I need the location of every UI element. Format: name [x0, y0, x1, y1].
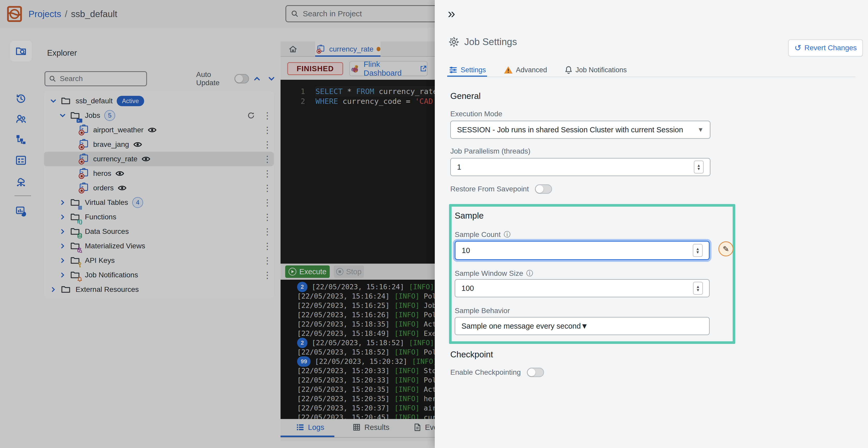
tab-settings[interactable]: Settings — [447, 62, 488, 78]
tree-item-label: External Resources — [75, 286, 139, 294]
project-search-input[interactable] — [303, 9, 414, 18]
sample-window-size-label: Sample Window Size ⓘ — [455, 269, 533, 278]
enable-checkpointing-toggle[interactable] — [527, 368, 544, 377]
drawer-title: Job Settings — [464, 36, 517, 48]
eye-icon[interactable] — [148, 127, 157, 133]
sample-count-label: Sample Count ⓘ — [455, 230, 510, 239]
chevron-right-icon[interactable] — [60, 258, 66, 263]
stop-button[interactable]: Stop — [334, 265, 364, 278]
enable-checkpointing-label: Enable Checkpointing — [450, 368, 521, 377]
kebab-menu-icon[interactable]: ⋮ — [261, 139, 274, 150]
sample-window-size-input[interactable]: 100 ▲▼ — [455, 279, 710, 297]
eye-icon[interactable] — [118, 185, 127, 191]
chevron-down-icon[interactable] — [50, 98, 56, 104]
execute-button[interactable]: Execute — [285, 265, 330, 278]
kebab-menu-icon[interactable]: ⋮ — [261, 226, 274, 237]
tab-currency-rate[interactable]: > currency_rate — [315, 41, 380, 57]
tree-item-job[interactable]: > orders ⋮ — [44, 181, 274, 195]
tree-item-project[interactable]: ssb_default Active — [44, 94, 274, 108]
tree-item-data-sources[interactable]: Data Sources ⋮ — [44, 224, 274, 239]
number-stepper[interactable]: ▲▼ — [694, 160, 704, 174]
materialized-views-folder-icon — [70, 241, 81, 251]
chevron-right-icon[interactable] — [60, 272, 66, 278]
info-icon[interactable]: ⓘ — [504, 230, 510, 239]
rail-history-button[interactable] — [10, 88, 32, 109]
tree-item-external-resources[interactable]: External Resources — [44, 282, 274, 297]
kebab-menu-icon[interactable]: ⋮ — [261, 212, 274, 222]
tree-item-functions[interactable]: f() Functions ⋮ — [44, 210, 274, 224]
sample-count-input[interactable]: 10 ▲▼ — [455, 241, 710, 260]
rail-users-button[interactable] — [10, 109, 32, 129]
lineage-flow-icon — [15, 133, 27, 146]
job-parallelism-label: Job Parallelism (threads) — [450, 147, 530, 155]
tree-item-jobs[interactable]: >_ Jobs 5 ⋮ — [44, 108, 274, 123]
rail-explorer-button[interactable] — [10, 41, 32, 61]
tree-item-job[interactable]: > brave_jang ⋮ — [44, 137, 274, 152]
execution-mode-select[interactable]: SESSION - Job runs in shared Session Clu… — [450, 121, 710, 139]
kebab-menu-icon[interactable]: ⋮ — [261, 183, 274, 193]
execution-mode-label: Execution Mode — [450, 110, 502, 118]
refresh-icon[interactable] — [247, 111, 255, 120]
kebab-menu-icon[interactable]: ⋮ — [261, 197, 274, 208]
kebab-menu-icon[interactable]: ⋮ — [261, 125, 274, 135]
tab-logs[interactable]: Logs — [296, 419, 324, 436]
kebab-menu-icon[interactable]: ⋮ — [261, 110, 274, 121]
sample-behavior-select[interactable]: Sample one message every second ▼ — [455, 317, 710, 335]
tree-item-job-selected[interactable]: > currency_rate ⋮ — [44, 152, 274, 166]
tree-item-job-notifications[interactable]: Job Notifications ⋮ — [44, 268, 274, 282]
kebab-menu-icon[interactable]: ⋮ — [261, 168, 274, 179]
tree-item-job[interactable]: > heros ⋮ — [44, 166, 274, 181]
tree-item-label: Functions — [85, 213, 116, 221]
rail-forms-button[interactable] — [10, 150, 32, 171]
collapse-all-chevron-up-icon[interactable] — [254, 76, 260, 82]
eye-icon[interactable] — [116, 170, 124, 177]
chevron-down-icon: ▼ — [698, 126, 704, 133]
explorer-search-input[interactable] — [60, 74, 137, 83]
explorer-search-box[interactable] — [44, 71, 147, 86]
kebab-menu-icon[interactable]: ⋮ — [261, 241, 274, 251]
home-tab[interactable] — [281, 41, 305, 57]
tab-advanced[interactable]: Advanced — [502, 62, 549, 78]
chevron-right-icon[interactable] — [60, 200, 66, 205]
kebab-menu-icon[interactable]: ⋮ — [261, 154, 274, 164]
revert-changes-button[interactable]: ↺ Revert Changes — [788, 39, 863, 56]
chevron-right-icon[interactable] — [60, 243, 66, 249]
tree-item-materialized-views[interactable]: Materialized Views ⋮ — [44, 239, 274, 253]
database-badge-icon — [77, 233, 82, 239]
expand-all-chevron-down-icon[interactable] — [268, 76, 275, 82]
rail-cluster-button[interactable] — [10, 171, 32, 191]
number-stepper[interactable]: ▲▼ — [693, 282, 703, 295]
tab-job-notifications[interactable]: Job Notifications — [563, 62, 628, 78]
ssb-logo-icon[interactable] — [6, 5, 23, 23]
kebab-menu-icon[interactable]: ⋮ — [261, 270, 274, 280]
tree-item-api-keys[interactable]: API Keys ⋮ — [44, 253, 274, 268]
explorer-tree: ssb_default Active >_ Jobs 5 ⋮ — [44, 91, 274, 298]
auto-update-label: Auto Update — [196, 70, 230, 87]
chevron-down-icon[interactable] — [60, 112, 66, 119]
tree-item-job[interactable]: > airport_weather ⋮ — [44, 123, 274, 137]
flink-dashboard-button[interactable]: Flink Dashboard — [349, 61, 428, 76]
project-search-box[interactable] — [285, 5, 444, 22]
restore-savepoint-toggle[interactable] — [535, 184, 552, 194]
eye-icon[interactable] — [133, 141, 142, 148]
chevron-right-icon[interactable] — [60, 229, 66, 234]
tree-item-virtual-tables[interactable]: ▦ Virtual Tables 4 ⋮ — [44, 195, 274, 210]
history-clock-icon — [15, 93, 27, 104]
pencil-annotation-marker: ✎ — [718, 241, 734, 257]
chevron-down-icon: ▼ — [581, 322, 588, 330]
active-status-badge: Active — [117, 96, 144, 106]
chevron-right-icon[interactable] — [60, 214, 66, 220]
rail-monitoring-button[interactable] — [10, 201, 32, 221]
rail-lineage-button[interactable] — [10, 129, 32, 150]
eye-icon[interactable] — [142, 156, 150, 162]
breadcrumb-projects-link[interactable]: Projects — [28, 9, 61, 19]
tab-results[interactable]: Results — [352, 419, 390, 436]
info-icon[interactable]: ⓘ — [526, 269, 533, 278]
kebab-menu-icon[interactable]: ⋮ — [261, 255, 274, 266]
job-parallelism-input[interactable]: 1 ▲▼ — [450, 158, 710, 176]
auto-update-toggle[interactable] — [235, 74, 249, 83]
left-icon-rail — [0, 28, 42, 448]
chevron-right-icon[interactable] — [50, 287, 56, 292]
number-stepper[interactable]: ▲▼ — [693, 244, 703, 257]
collapse-drawer-button[interactable]: » — [448, 6, 455, 21]
